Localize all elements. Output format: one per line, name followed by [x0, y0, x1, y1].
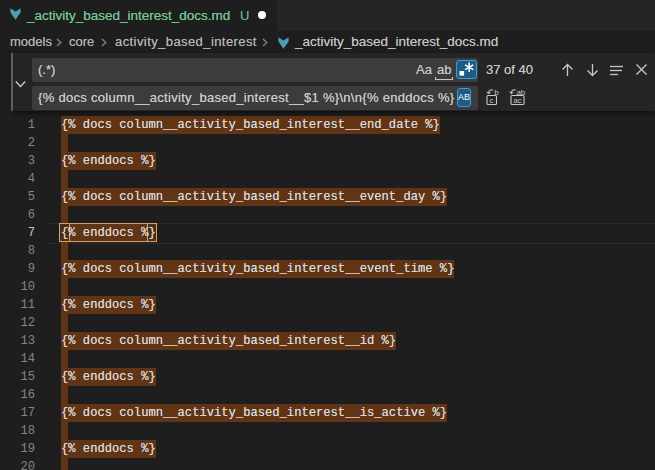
svg-text:ac: ac [514, 96, 522, 105]
svg-text:c: c [490, 96, 494, 105]
svg-text:b: b [494, 88, 499, 97]
